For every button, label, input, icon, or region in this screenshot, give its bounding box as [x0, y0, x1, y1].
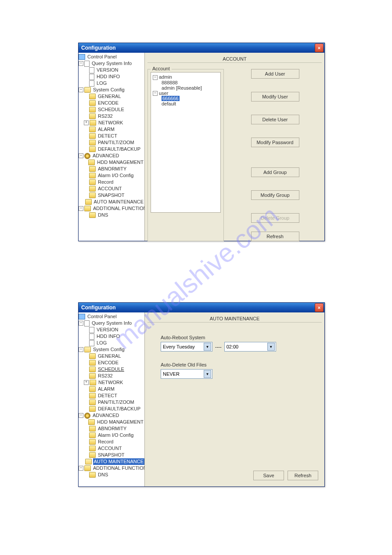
account-tree[interactable]: −admin 888888 admin [Reuseable] −user 66…: [151, 72, 221, 213]
account-group-admin[interactable]: admin: [159, 74, 172, 80]
panel-title: ACCOUNT: [147, 55, 322, 63]
collapse-icon[interactable]: −: [79, 347, 83, 352]
tree-hdd-info[interactable]: HDD INFO: [96, 73, 121, 80]
tree-system-config[interactable]: System Config: [92, 346, 126, 353]
account-group-user[interactable]: user: [159, 91, 168, 96]
nav-tree[interactable]: Control Panel −Query System Info VERSION…: [79, 313, 144, 478]
tree-alarm-io[interactable]: Alarm I/O Config: [97, 432, 134, 439]
refresh-button[interactable]: Refresh: [251, 232, 299, 241]
save-button[interactable]: Save: [253, 471, 284, 480]
tree-account[interactable]: ACCOUNT: [97, 445, 122, 452]
add-user-button[interactable]: Add User: [251, 69, 299, 79]
close-button[interactable]: ×: [315, 44, 324, 52]
tree-default-backup[interactable]: DEFAULT/BACKUP: [97, 406, 141, 412]
folder-icon: [84, 206, 91, 211]
collapse-icon[interactable]: −: [79, 87, 83, 92]
tree-network[interactable]: NETWORK: [97, 120, 124, 126]
tree-default-backup[interactable]: DEFAULT/BACKUP: [97, 146, 141, 152]
tree-schedule[interactable]: SCHEDULE: [97, 366, 125, 373]
tree-snapshot[interactable]: SNAPSHOT: [97, 452, 126, 458]
tree-alarm[interactable]: ALARM: [97, 386, 115, 392]
modify-password-button[interactable]: Modify Password: [251, 138, 299, 147]
groupbox-legend: Account: [151, 66, 172, 71]
account-user-default[interactable]: default: [162, 101, 176, 106]
tree-detect[interactable]: DETECT: [97, 392, 118, 399]
tree-version[interactable]: VERSION: [96, 67, 119, 73]
nav-tree[interactable]: Control Panel −Query System Info VERSION…: [79, 54, 144, 218]
tree-addl-func[interactable]: ADDTIONAL FUNCTION: [92, 465, 145, 472]
collapse-icon[interactable]: −: [79, 206, 83, 211]
tree-rs232[interactable]: RS232: [97, 113, 114, 120]
expand-icon[interactable]: +: [84, 380, 89, 385]
tree-root[interactable]: Control Panel: [86, 313, 118, 320]
close-button[interactable]: ×: [315, 303, 324, 312]
nav-tree-sidebar: Control Panel −Query System Info VERSION…: [79, 312, 145, 486]
tree-version[interactable]: VERSION: [96, 326, 119, 333]
add-group-button[interactable]: Add Group: [251, 167, 299, 177]
tree-hdd-mgmt[interactable]: HDD MANAGEMENT: [96, 419, 144, 425]
tree-auto-maint[interactable]: AUTO MAINTENANCE: [93, 458, 144, 465]
auto-reboot-day-select[interactable]: Every Tuesday ▼: [161, 342, 212, 352]
folder-icon: [89, 432, 96, 438]
tree-dns[interactable]: DNS: [97, 472, 109, 478]
tree-hdd-mgmt[interactable]: HDD MANAGEMENT: [96, 159, 144, 166]
folder-icon: [89, 472, 96, 478]
tree-advanced[interactable]: ADVANCED: [92, 412, 120, 419]
folder-icon: [89, 212, 96, 218]
tree-encode[interactable]: ENCODE: [97, 359, 119, 366]
tree-hdd-info[interactable]: HDD INFO: [96, 333, 121, 340]
tree-network[interactable]: NETWORK: [97, 379, 124, 386]
tree-rs232[interactable]: RS232: [97, 373, 114, 379]
tree-account[interactable]: ACCOUNT: [97, 185, 122, 192]
tree-record[interactable]: Record: [97, 439, 114, 445]
tree-query-sys-info[interactable]: Query System Info: [91, 320, 133, 326]
tree-root[interactable]: Control Panel: [86, 54, 118, 60]
tree-alarm-io[interactable]: Alarm I/O Config: [97, 172, 134, 179]
tree-detect[interactable]: DETECT: [97, 133, 118, 139]
tree-system-config[interactable]: System Config: [92, 87, 126, 93]
delete-user-button[interactable]: Delete User: [251, 115, 299, 124]
tree-ptz[interactable]: PAN/TILT/ZOOM: [97, 399, 135, 406]
tree-record[interactable]: Record: [97, 179, 114, 185]
account-user-admin[interactable]: admin [Reuseable]: [162, 85, 202, 91]
window-title: Configuration: [81, 305, 116, 311]
tree-alarm[interactable]: ALARM: [97, 126, 115, 133]
auto-delete-label: Auto-Delete Old Files: [161, 362, 309, 367]
expand-icon[interactable]: +: [84, 120, 89, 125]
tree-encode[interactable]: ENCODE: [97, 100, 119, 106]
modify-group-button[interactable]: Modify Group: [251, 190, 299, 200]
tree-abnormity[interactable]: ABNORMITY: [97, 166, 127, 172]
config-window-automaint: Configuration × Control Panel −Query Sys…: [78, 302, 325, 487]
collapse-icon[interactable]: −: [79, 321, 83, 326]
tree-abnormity[interactable]: ABNORMITY: [97, 425, 127, 432]
tree-general[interactable]: GENERAL: [97, 353, 122, 359]
auto-reboot-time-select[interactable]: 02:00 ▼: [224, 342, 276, 352]
tree-ptz[interactable]: PAN/TILT/ZOOM: [97, 139, 135, 146]
modify-user-button[interactable]: Modify User: [251, 92, 299, 102]
tree-auto-maint[interactable]: AUTO MAINTENANCE: [93, 199, 144, 205]
tree-dns[interactable]: DNS: [97, 212, 109, 218]
collapse-icon[interactable]: −: [79, 153, 83, 158]
collapse-icon[interactable]: −: [79, 466, 83, 471]
folder-icon: [89, 452, 96, 458]
tree-log[interactable]: LOG: [96, 340, 108, 346]
collapse-icon[interactable]: −: [153, 91, 158, 96]
delete-group-button[interactable]: Delete Group: [251, 213, 299, 223]
tree-schedule[interactable]: SCHEDULE: [97, 106, 125, 113]
tree-addl-func[interactable]: ADDTIONAL FUNCTION: [92, 205, 145, 212]
titlebar: Configuration ×: [79, 303, 324, 312]
folder-icon: [89, 127, 96, 132]
collapse-icon[interactable]: −: [153, 75, 158, 80]
collapse-icon[interactable]: −: [79, 61, 83, 66]
collapse-icon[interactable]: −: [79, 413, 83, 418]
page-icon: [84, 61, 90, 67]
tree-snapshot[interactable]: SNAPSHOT: [97, 192, 126, 199]
tree-advanced[interactable]: ADVANCED: [92, 152, 120, 159]
tree-log[interactable]: LOG: [96, 80, 108, 87]
account-user-666666[interactable]: 666666: [162, 96, 180, 101]
auto-delete-select[interactable]: NEVER ▼: [161, 369, 212, 379]
account-user-888888[interactable]: 888888: [162, 80, 178, 85]
tree-query-sys-info[interactable]: Query System Info: [91, 60, 133, 67]
tree-general[interactable]: GENERAL: [97, 93, 122, 100]
refresh-button[interactable]: Refresh: [288, 471, 318, 480]
